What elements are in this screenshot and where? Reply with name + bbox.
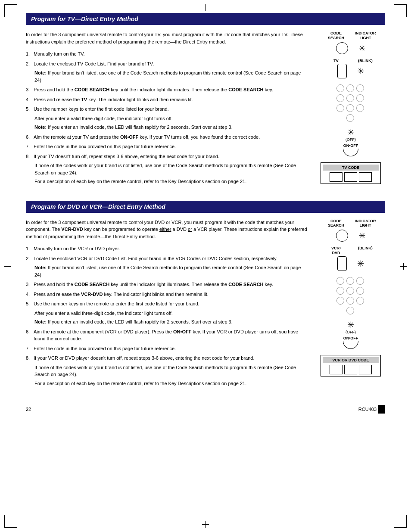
s2-step-5-note: Note: If you enter an invalid code, the … <box>34 318 308 326</box>
section2-header: Program for DVD or VCR—Direct Entry Meth… <box>26 201 385 213</box>
tv-code-slots <box>323 172 379 182</box>
corner-mark-tl <box>4 4 17 17</box>
crosshair-bottom <box>202 521 209 528</box>
crosshair-top <box>202 4 209 11</box>
indicator-light-1: ✳ <box>358 44 366 53</box>
section2-title: Program for DVD or VCR—Direct Entry Meth… <box>31 203 165 210</box>
step-2-note: Note: If your brand isn't listed, use on… <box>34 69 308 84</box>
s2-step-2: 2. Locate the enclosed VCR or DVD Code L… <box>26 255 308 279</box>
corner-mark-br <box>394 515 407 528</box>
step-1: 1. Manually turn on the TV. <box>26 50 308 58</box>
on-off-btn-1 <box>343 149 358 156</box>
step-2: 2. Locate the enclosed TV Code List. Fin… <box>26 60 308 84</box>
s2-step-5: 5. Use the number keys on the remote to … <box>26 300 308 326</box>
indicator-off-2: ✳ <box>347 320 355 329</box>
section1-header: Program for TV—Direct Entry Method <box>26 13 385 25</box>
tv-btn-1 <box>337 64 347 78</box>
step-8: 8. If your TV doesn't turn off, repeat s… <box>26 153 308 185</box>
section2-diagram: CODESEARCH INDICATORLIGHT ✳ VCR•DVD (BLI… <box>316 219 385 390</box>
s2-step-6: 6. Aim the remote at the component (VCR … <box>26 328 308 342</box>
corner-mark-tr <box>394 4 407 17</box>
keypad-2 <box>336 277 365 315</box>
indicator-blink-1: ✳ <box>357 67 364 75</box>
indicator-off-1: ✳ <box>347 128 355 137</box>
vcr-code-label: VCR OR DVD CODE <box>323 357 379 363</box>
page: Program for TV—Direct Entry Method In or… <box>0 0 411 532</box>
model-icon <box>378 405 385 414</box>
vcr-code-box: VCR OR DVD CODE <box>321 355 381 376</box>
s2-step-8: 8. If your VCR or DVD player doesn't tur… <box>26 355 308 387</box>
section1-title: Program for TV—Direct Entry Method <box>31 16 138 22</box>
corner-mark-bl <box>4 515 17 528</box>
keypad-1 <box>336 84 365 123</box>
indicator-light-2: ✳ <box>358 231 366 240</box>
on-off-btn-2 <box>343 341 358 349</box>
crosshair-right <box>400 263 407 270</box>
on-off-label-2: ON•OFF <box>343 336 358 340</box>
page-footer: 22 RCU403 <box>26 402 385 414</box>
tv-code-label: TV CODE <box>323 165 379 171</box>
crosshair-left <box>4 263 11 270</box>
code-search-btn-1 <box>336 42 348 54</box>
page-number: 22 <box>26 407 31 412</box>
section1-intro: In order for the 3 component universal r… <box>26 31 308 45</box>
section1-content: In order for the 3 component universal r… <box>26 31 385 188</box>
section2-content: In order for the 3 component universal r… <box>26 219 385 390</box>
tv-code-box: TV CODE <box>321 162 381 184</box>
step-5-note: Note: If you enter an invalid code, the … <box>34 124 308 131</box>
vcr-btn-2 <box>337 256 347 271</box>
section2-steps: 1. Manually turn on the VCR or DVD playe… <box>26 245 308 387</box>
section1-main-text: In order for the 3 component universal r… <box>26 31 308 188</box>
s2-step-2-note: Note: If your brand isn't listed, use on… <box>34 264 308 278</box>
section2-main-text: In order for the 3 component universal r… <box>26 219 308 390</box>
step-3: 3. Press and hold the CODE SEARCH key un… <box>26 86 308 93</box>
section1-steps: 1. Manually turn on the TV. 2. Locate th… <box>26 50 308 185</box>
on-off-label-1: ON•OFF <box>343 143 358 148</box>
section2-intro: In order for the 3 component universal r… <box>26 219 308 240</box>
step-5: 5. Use the number keys to enter the firs… <box>26 106 308 131</box>
off-label-2: (OFF) <box>346 330 356 334</box>
step-4: 4. Press and release the TV key. The ind… <box>26 96 308 103</box>
s2-step-3: 3. Press and hold the CODE SEARCH key un… <box>26 281 308 288</box>
model-number: RCU403 <box>358 405 385 414</box>
indicator-blink-2: ✳ <box>357 259 364 268</box>
vcr-code-slots <box>323 365 379 374</box>
section1-diagram: CODESEARCH INDICATORLIGHT ✳ TV (BLINK) ✳ <box>316 31 385 188</box>
s2-step-1: 1. Manually turn on the VCR or DVD playe… <box>26 245 308 252</box>
s2-step-4: 4. Press and release the VCR•DVD key. Th… <box>26 291 308 298</box>
step-6: 6. Aim the remote at your TV and press t… <box>26 134 308 141</box>
code-search-btn-2 <box>336 230 348 242</box>
off-label-1: (OFF) <box>346 137 356 142</box>
step-7: 7. Enter the code in the box provided on… <box>26 143 308 150</box>
s2-step-7: 7. Enter the code in the box provided on… <box>26 345 308 352</box>
